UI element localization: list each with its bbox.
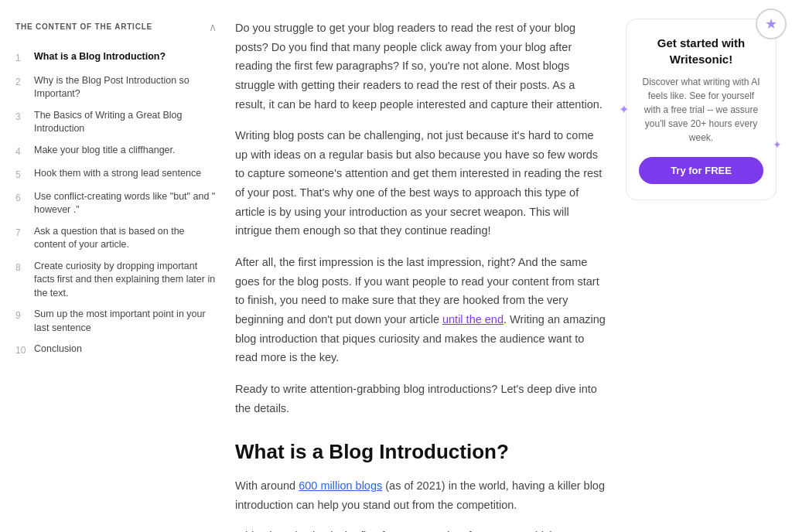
table-of-contents: THE CONTENT OF THE ARTICLE ∧ 1What is a …: [15, 19, 217, 532]
toc-item-label: Ask a question that is based on the cont…: [34, 225, 217, 252]
toc-item[interactable]: 3The Basics of Writing a Great Blog Intr…: [15, 105, 217, 140]
intro-paragraph-2: Writing blog posts can be challenging, n…: [235, 126, 607, 240]
toc-item-label: The Basics of Writing a Great Blog Intro…: [34, 109, 217, 136]
600-million-blogs-link[interactable]: 600 million blogs: [299, 479, 382, 492]
toc-item[interactable]: 7Ask a question that is based on the con…: [15, 221, 217, 256]
main-article: Do you struggle to get your blog readers…: [235, 19, 607, 532]
toc-item-label: Sum up the most important point in your …: [34, 308, 217, 335]
toc-item-label: Make your blog title a cliffhanger.: [34, 144, 176, 158]
intro-paragraph-3: After all, the first impression is the l…: [235, 253, 607, 367]
until-the-end-link[interactable]: until the end: [442, 313, 504, 326]
writesonic-card: ★ ✦ ✦ Get started with Writesonic! Disco…: [626, 19, 777, 200]
toc-item-number: 7: [15, 225, 28, 240]
section-paragraph-1: With around 600 million blogs (as of 202…: [235, 476, 607, 514]
toc-item-number: 5: [15, 167, 28, 182]
toc-item-number: 6: [15, 190, 28, 206]
try-free-button[interactable]: Try for FREE: [639, 157, 763, 184]
toc-title: THE CONTENT OF THE ARTICLE: [15, 21, 152, 33]
toc-item[interactable]: 8Create curiosity by dropping important …: [15, 256, 217, 305]
toc-item-number: 10: [15, 343, 28, 358]
card-description: Discover what writing with AI feels like…: [639, 75, 763, 145]
toc-item-number: 2: [15, 74, 28, 90]
toc-item[interactable]: 4Make your blog title a cliffhanger.: [15, 140, 217, 163]
toc-item[interactable]: 1What is a Blog Introduction?: [15, 46, 217, 70]
toc-item[interactable]: 10Conclusion: [15, 339, 217, 362]
toc-item-label: Create curiosity by dropping important f…: [34, 260, 217, 301]
toc-item[interactable]: 6Use conflict-creating words like "but" …: [15, 186, 217, 221]
toc-item-number: 3: [15, 109, 28, 124]
toc-item-number: 4: [15, 144, 28, 159]
toc-item-number: 1: [15, 50, 28, 66]
toc-item-label: Why is the Blog Post Introduction so Imp…: [34, 74, 217, 101]
sparkle-left-icon: ✦: [619, 100, 629, 120]
toc-item-number: 8: [15, 260, 28, 275]
toc-item-label: Conclusion: [34, 343, 82, 356]
star-icon: ★: [765, 15, 777, 32]
toc-item[interactable]: 2Why is the Blog Post Introduction so Im…: [15, 70, 217, 105]
intro-paragraph-4: Ready to write attention-grabbing blog i…: [235, 380, 607, 418]
collapse-icon[interactable]: ∧: [209, 19, 217, 36]
card-title: Get started with Writesonic!: [639, 35, 763, 67]
toc-item-label: What is a Blog Introduction?: [34, 50, 166, 64]
toc-item[interactable]: 5Hook them with a strong lead sentence: [15, 163, 217, 186]
toc-item-label: Hook them with a strong lead sentence: [34, 167, 201, 181]
star-button[interactable]: ★: [756, 9, 787, 39]
toc-list: 1What is a Blog Introduction?2Why is the…: [15, 46, 217, 362]
toc-item-number: 9: [15, 308, 28, 323]
section-paragraph-2: A blog introduction is the first few par…: [235, 527, 607, 532]
intro-paragraph-1: Do you struggle to get your blog readers…: [235, 19, 607, 114]
section-heading-what-is: What is a Blog Introduction?: [235, 439, 607, 466]
toc-item[interactable]: 9Sum up the most important point in your…: [15, 304, 217, 339]
section-p1-before: With around: [235, 479, 299, 492]
sparkle-right-icon: ✦: [773, 136, 782, 153]
toc-item-label: Use conflict-creating words like "but" a…: [34, 190, 217, 217]
writesonic-ad: ★ ✦ ✦ Get started with Writesonic! Disco…: [626, 19, 777, 532]
